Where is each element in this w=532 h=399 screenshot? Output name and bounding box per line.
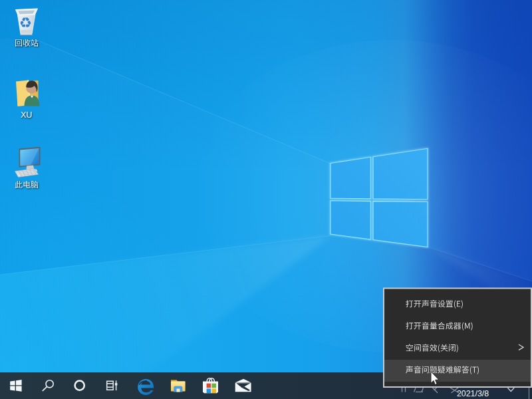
- svg-text:2021/3/8: 2021/3/8: [457, 389, 489, 398]
- svg-text:XU: XU: [21, 110, 32, 120]
